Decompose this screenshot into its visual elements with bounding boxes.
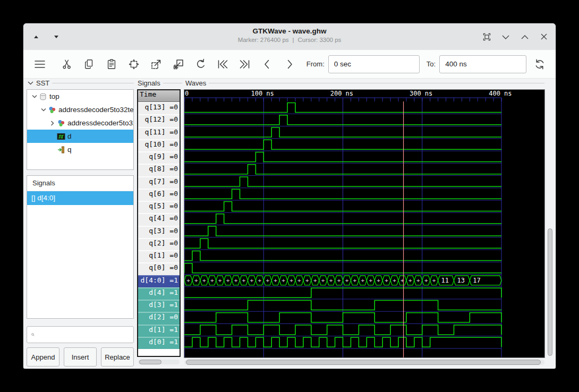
close-button[interactable] [539, 31, 549, 42]
svg-text:17: 17 [473, 277, 480, 284]
signal-name-row[interactable]: q[0] =0 [138, 262, 180, 275]
signal-name-row[interactable]: q[4] =0 [138, 213, 180, 225]
names-hscrollbar[interactable] [138, 360, 180, 364]
go-to-start-button[interactable] [215, 55, 232, 74]
zoom-fit-button[interactable] [125, 55, 142, 74]
svg-text:+: + [210, 277, 214, 284]
svg-text:+: + [218, 277, 222, 284]
signal-name-row[interactable]: q[3] =0 [138, 226, 180, 238]
signal-name-row[interactable]: q[6] =0 [138, 189, 180, 201]
svg-text:+: + [186, 277, 190, 284]
tree-item-addressdecoder5to32[interactable]: addressdecoder5to32 [27, 116, 133, 130]
tree-item-top[interactable]: top [27, 90, 133, 103]
svg-text:+: + [266, 277, 269, 284]
wave-area[interactable]: 0100ns200ns300ns400ns+++++++++++++++++++… [184, 89, 545, 358]
svg-text:ns: ns [425, 90, 432, 97]
insert-button[interactable]: Insert [64, 347, 97, 367]
cut-button[interactable] [59, 55, 76, 74]
wave-vscrollbar[interactable] [547, 89, 553, 357]
signal-name-row[interactable]: q[7] =0 [138, 176, 180, 189]
svg-text:+: + [329, 277, 333, 284]
names-frame-label: Signals [138, 79, 182, 87]
shift-left-button[interactable] [259, 55, 276, 74]
time-header[interactable]: Time [138, 90, 180, 102]
signal-name-row[interactable]: d[3] =1 [138, 300, 180, 312]
signal-name-row[interactable]: q[12] =0 [138, 114, 180, 126]
signal-name-row[interactable]: q[10] =0 [138, 139, 180, 151]
svg-text:ns: ns [346, 90, 353, 97]
names-hscrollbar-thumb[interactable] [139, 360, 161, 364]
wave-vscrollbar-thumb[interactable] [548, 228, 552, 356]
signal-name-row[interactable]: q[11] =0 [138, 127, 180, 139]
toolbar: From: To: [23, 50, 556, 79]
svg-text:100: 100 [251, 90, 263, 97]
menu-button[interactable] [31, 55, 49, 74]
svg-text:+: + [393, 277, 396, 284]
wave-hscrollbar-thumb[interactable] [186, 360, 541, 365]
titlebar[interactable]: GTKWave - wave.ghw Marker: 276400 ps|Cur… [23, 23, 556, 50]
copy-button[interactable] [81, 55, 98, 74]
signal-name-row[interactable]: q[9] =0 [138, 151, 180, 164]
svg-text:ns: ns [504, 90, 512, 97]
minimize-button[interactable] [500, 31, 511, 42]
replace-button[interactable]: Replace [101, 347, 134, 367]
search-icon [31, 331, 35, 338]
shift-right-button[interactable] [281, 55, 298, 74]
svg-text:200: 200 [330, 90, 342, 97]
signal-name-row[interactable]: q[8] =0 [138, 164, 180, 176]
sst-collapse-icon [28, 81, 33, 85]
tree-item-q[interactable]: q [27, 143, 133, 156]
maximize-button[interactable] [520, 31, 530, 42]
svg-text:0: 0 [185, 90, 189, 97]
svg-text:+: + [258, 277, 261, 284]
signals-list-item[interactable]: [] d[4:0] [27, 191, 133, 205]
undo-button[interactable] [192, 55, 209, 74]
signal-search-box[interactable] [27, 326, 134, 343]
go-to-end-button[interactable] [236, 55, 253, 74]
svg-text:+: + [282, 277, 285, 284]
wave-canvas[interactable]: 0100ns200ns300ns400ns+++++++++++++++++++… [184, 90, 544, 357]
search-input[interactable] [38, 327, 133, 342]
svg-text:+: + [305, 277, 309, 284]
tree-item-label: q [67, 146, 72, 154]
keep-above-icon[interactable] [481, 31, 492, 42]
svg-text:400: 400 [489, 90, 500, 97]
paste-button[interactable] [103, 55, 120, 74]
wave-icon [56, 132, 66, 141]
svg-text:+: + [297, 277, 301, 284]
to-input[interactable] [439, 55, 526, 73]
gtkwave-window: GTKWave - wave.ghw Marker: 276400 ps|Cur… [23, 23, 556, 369]
reload-button[interactable] [531, 55, 548, 74]
svg-text:+: + [242, 277, 246, 284]
expander-icon[interactable] [30, 95, 38, 98]
svg-text:+: + [416, 277, 420, 284]
tree-item-label: addressdecoder5to32 [67, 119, 133, 127]
signal-name-row[interactable]: d[2] =0 [138, 312, 180, 324]
svg-text:+: + [432, 277, 436, 284]
zoom-in-button[interactable] [148, 55, 165, 74]
signal-name-row[interactable]: d[4] =1 [138, 287, 180, 300]
signal-name-row[interactable]: q[2] =0 [138, 238, 180, 250]
signal-name-row[interactable]: d[0] =1 [138, 337, 180, 349]
signal-name-row[interactable]: d[1] =1 [138, 325, 180, 337]
tree-item-d[interactable]: d [27, 130, 133, 143]
svg-text:+: + [424, 277, 428, 284]
zoom-out-button[interactable] [170, 55, 187, 74]
svg-text:+: + [353, 277, 357, 284]
signal-name-row[interactable]: q[1] =0 [138, 250, 180, 262]
expander-icon[interactable] [39, 108, 47, 112]
to-label: To: [427, 60, 436, 68]
expander-icon[interactable] [48, 121, 56, 126]
tree-item-addressdecoder5to32tes[interactable]: addressdecoder5to32tes [27, 103, 133, 116]
port-icon [56, 146, 66, 154]
append-button[interactable]: Append [27, 347, 59, 367]
wave-hscrollbar[interactable] [184, 360, 544, 365]
signal-name-row[interactable]: d[4:0] =1 [138, 275, 180, 287]
signal-name-row[interactable]: q[5] =0 [138, 201, 180, 213]
sst-tree: topaddressdecoder5to32tesaddressdecoder5… [27, 89, 134, 170]
svg-text:ns: ns [266, 90, 274, 97]
signal-name-row[interactable]: q[13] =0 [138, 102, 180, 114]
from-input[interactable] [328, 55, 420, 73]
sst-frame-label[interactable]: SST [28, 79, 134, 87]
signal-names-list: q[13] =0q[12] =0q[11] =0q[10] =0q[9] =0q… [138, 102, 180, 349]
